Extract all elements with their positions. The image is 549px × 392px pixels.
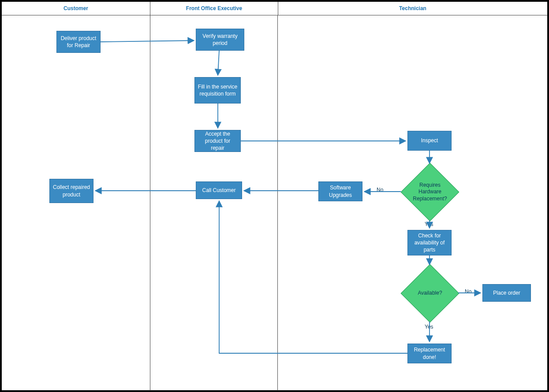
edge-label-avail-no: No	[465, 288, 471, 295]
node-accept-product-label: Accept the product for repair	[198, 130, 238, 152]
node-deliver-product: Deliver product for Repair	[56, 31, 101, 53]
node-check-parts: Check for availability of parts	[407, 230, 452, 255]
node-place-order: Place order	[482, 284, 531, 302]
node-collect-repaired: Collect repaired product	[49, 179, 93, 203]
node-inspect: Inspect	[407, 131, 452, 151]
lane-front-office: Front Office Executive	[150, 2, 278, 15]
node-available-label: Available?	[410, 273, 450, 314]
node-verify-warranty: Verify warranty period	[196, 29, 244, 51]
node-available: Available?	[401, 264, 459, 323]
diagram-body: Deliver product for Repair Collect repai…	[2, 15, 547, 391]
lane-front-office-label: Front Office Executive	[186, 5, 242, 11]
edge-verify-fill	[218, 51, 219, 75]
lane-header: Customer Front Office Executive Technici…	[2, 2, 547, 15]
edge-label-reqhw-no: No	[377, 187, 383, 193]
node-call-customer-label: Call Customer	[202, 187, 235, 194]
node-place-order-label: Place order	[493, 289, 520, 296]
node-verify-warranty-label: Verify warranty period	[199, 33, 241, 47]
lane-divider-2	[277, 15, 278, 391]
diagram-frame: Customer Front Office Executive Technici…	[0, 0, 549, 392]
node-requires-hardware: Requires Hardware Replacement?	[401, 163, 459, 222]
lane-technician: Technician	[278, 2, 547, 15]
node-check-parts-label: Check for availability of parts	[411, 232, 448, 254]
node-collect-repaired-label: Collect repaired product	[52, 184, 90, 198]
node-replacement-done-label: Replacement done!	[411, 346, 448, 360]
node-accept-product: Accept the product for repair	[194, 130, 241, 152]
lane-technician-label: Technician	[399, 5, 426, 11]
edge-deliver-verify	[101, 41, 194, 42]
node-replacement-done: Replacement done!	[407, 344, 452, 363]
node-fill-form: Fill in the service requisition form	[194, 77, 241, 104]
edge-label-reqhw-yes: Yes	[425, 221, 433, 227]
node-software-upgrades-label: Software Upgrades	[321, 184, 359, 198]
node-software-upgrades: Software Upgrades	[318, 181, 362, 201]
node-call-customer: Call Customer	[196, 181, 242, 199]
node-deliver-product-label: Deliver product for Repair	[60, 35, 97, 49]
edges-layer	[2, 15, 547, 391]
node-inspect-label: Inspect	[421, 137, 438, 144]
node-fill-form-label: Fill in the service requisition form	[198, 83, 238, 97]
lane-customer-label: Customer	[63, 5, 88, 11]
node-requires-hardware-label: Requires Hardware Replacement?	[410, 172, 450, 212]
lane-divider-1	[150, 15, 150, 391]
edge-label-avail-yes: Yes	[425, 324, 433, 330]
edge-replacement-call	[219, 201, 407, 353]
lane-customer: Customer	[2, 2, 150, 15]
